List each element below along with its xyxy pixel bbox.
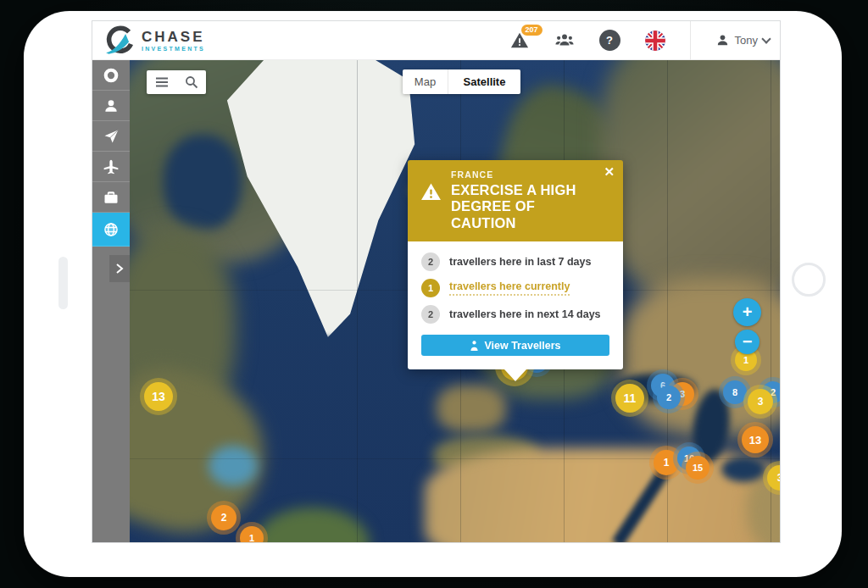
brand-name: CHASE: [142, 30, 205, 44]
advisory-body: 2travellers here in last 7 days1travelle…: [408, 241, 623, 369]
sidebar-item-globe[interactable]: [92, 213, 130, 247]
sidebar-expand-button[interactable]: [109, 255, 130, 282]
tablet-home-button[interactable]: [792, 263, 826, 297]
globe-icon: [103, 221, 120, 238]
advisory-title: EXERCISE A HIGH DEGREE OF CAUTION: [451, 182, 595, 231]
sidebar-item-send[interactable]: [92, 121, 130, 152]
warning-triangle-icon: [420, 181, 442, 202]
view-travellers-label: View Travellers: [484, 340, 560, 352]
team-button[interactable]: [554, 31, 575, 51]
traveller-row: 2travellers here in last 7 days: [421, 252, 609, 271]
map-view-toggle: Map Satellite: [403, 69, 520, 94]
tablet-frame: CHASE INVESTMENTS 207: [24, 11, 842, 577]
map-view-button[interactable]: Map: [403, 69, 448, 94]
user-icon: [715, 33, 730, 47]
user-icon: [103, 97, 120, 114]
persian-gulf: [721, 457, 765, 482]
user-name: Tony: [735, 34, 758, 47]
header-actions: 207 ?: [509, 21, 780, 59]
country-advisory-popup: FRANCE EXERCISE A HIGH DEGREE OF CAUTION…: [408, 160, 623, 369]
landmass-south-america: [255, 508, 370, 542]
traveller-count-badge: 1: [421, 279, 440, 297]
map-marker[interactable]: 1: [654, 450, 679, 475]
chevron-down-icon: [761, 34, 771, 43]
brand-swoosh-icon: [103, 25, 136, 56]
brand-logo[interactable]: CHASE INVESTMENTS: [92, 25, 205, 56]
landmass-siberia: [600, 60, 780, 306]
advisory-text: FRANCE EXERCISE A HIGH DEGREE OF CAUTION: [451, 169, 595, 231]
traveller-row[interactable]: 1travellers here currently: [421, 279, 609, 297]
traveller-row-label: travellers here in next 14 days: [449, 308, 601, 320]
traveller-count-badge: 2: [421, 252, 440, 271]
zoom-in-button[interactable]: +: [733, 298, 761, 326]
briefcase-icon: [103, 189, 120, 206]
traveller-rows: 2travellers here in last 7 days1travelle…: [421, 252, 609, 324]
search-icon[interactable]: [185, 75, 198, 89]
sidebar-nav: [92, 60, 130, 542]
close-icon[interactable]: ✕: [604, 165, 615, 178]
caribbean-shallows: [209, 446, 258, 486]
map-marker[interactable]: 13: [144, 382, 173, 411]
sidebar-item-user[interactable]: [92, 91, 130, 121]
map-marker[interactable]: 2: [211, 505, 236, 530]
satellite-view-button[interactable]: Satellite: [448, 69, 520, 94]
map-marker[interactable]: 13: [742, 426, 769, 453]
menu-icon[interactable]: [155, 75, 169, 89]
world-map[interactable]: 13212311632182313110153 Map Satellite + …: [130, 60, 780, 542]
advisory-country: FRANCE: [451, 169, 595, 180]
map-marker[interactable]: 15: [686, 456, 709, 480]
advisory-header: FRANCE EXERCISE A HIGH DEGREE OF CAUTION…: [408, 160, 623, 241]
alerts-button[interactable]: 207: [509, 31, 530, 51]
sidebar-item-ring[interactable]: [92, 60, 130, 91]
language-flag-icon[interactable]: [645, 31, 665, 51]
traveller-icon: [470, 341, 479, 351]
sidebar-items: [92, 60, 130, 247]
ring-icon: [103, 67, 120, 84]
zoom-out-button[interactable]: −: [735, 330, 760, 354]
map-marker[interactable]: 2: [657, 386, 681, 409]
app-header: CHASE INVESTMENTS 207: [92, 21, 780, 60]
view-travellers-button[interactable]: View Travellers: [421, 335, 609, 356]
map-search-box: [147, 70, 206, 94]
traveller-count-badge: 2: [421, 305, 440, 324]
send-icon: [103, 128, 120, 145]
help-button[interactable]: ?: [599, 30, 620, 51]
graticule-line: [357, 60, 358, 542]
map-marker[interactable]: 11: [615, 384, 644, 413]
sidebar-item-briefcase[interactable]: [92, 182, 130, 213]
chevron-right-icon: [115, 263, 124, 274]
brand-text: CHASE INVESTMENTS: [142, 30, 205, 52]
landmass-iberia: [437, 385, 506, 432]
hudson-bay: [164, 135, 242, 230]
tablet-camera: [58, 257, 68, 309]
header-divider: [690, 21, 691, 60]
brand-subtitle: INVESTMENTS: [142, 46, 205, 52]
app-screen: CHASE INVESTMENTS 207: [92, 20, 781, 543]
map-marker[interactable]: 3: [748, 389, 773, 414]
airplane-icon: [103, 158, 120, 175]
alerts-badge: 207: [521, 25, 542, 36]
popup-pointer: [504, 369, 526, 381]
traveller-row-label: travellers here in last 7 days: [449, 256, 591, 268]
sidebar-item-airplane[interactable]: [92, 152, 130, 182]
team-icon: [555, 31, 574, 50]
user-menu[interactable]: Tony: [715, 33, 770, 47]
page-background: CHASE INVESTMENTS 207: [0, 0, 868, 588]
traveller-row-label[interactable]: travellers here currently: [449, 280, 570, 296]
traveller-row: 2travellers here in next 14 days: [421, 305, 609, 324]
map-marker[interactable]: 8: [723, 380, 747, 404]
